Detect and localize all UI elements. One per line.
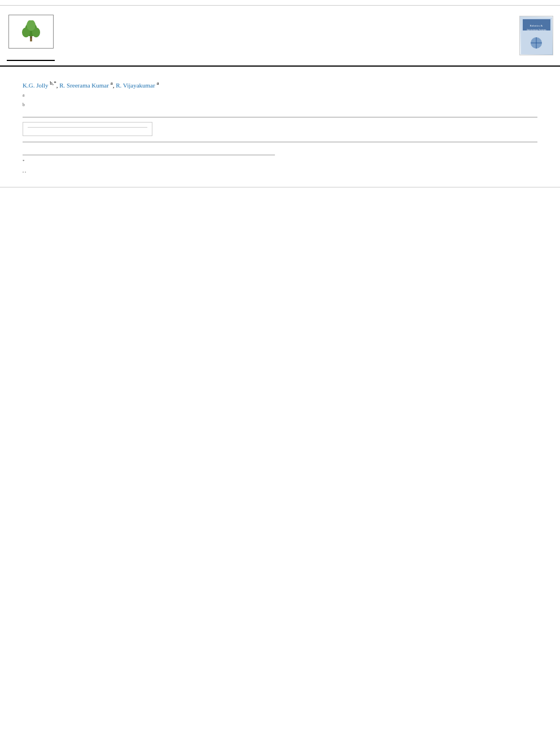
main-content: K.G. Jolly b,*, R. Sreerama Kumar a, R. … — [0, 67, 560, 181]
journal-header: Robotics & Autonomous Systems — [0, 6, 560, 67]
article-info-column — [23, 122, 152, 136]
elsevier-tree-icon — [17, 20, 45, 43]
affil-a: a — [23, 92, 537, 102]
affiliations: a b — [23, 92, 537, 111]
body-column-left: * , , — [23, 148, 275, 176]
elsevier-logo-section — [7, 10, 55, 61]
journal-title-center — [60, 34, 514, 37]
body-column-right — [285, 148, 537, 176]
article-info-header — [28, 126, 147, 128]
elsevier-logo-box — [8, 15, 54, 49]
svg-text:Autonomous Systems: Autonomous Systems — [526, 28, 546, 31]
author-vijayakumar: R. Vijayakumar — [116, 82, 155, 89]
footnote-email: , , — [23, 168, 275, 174]
journal-cover-thumbnail: Robotics & Autonomous Systems — [519, 16, 553, 55]
footnotes: * , , — [23, 155, 275, 174]
footnote-corresponding: * — [23, 159, 275, 166]
divider-after-affiliations — [23, 117, 537, 117]
author-sreerama-affil: a — [111, 80, 113, 86]
article-info-abstract-row — [23, 122, 537, 136]
svg-text:Robotics &: Robotics & — [530, 24, 542, 27]
svg-point-5 — [30, 36, 32, 38]
authors-line: K.G. Jolly b,*, R. Sreerama Kumar a, R. … — [23, 80, 537, 89]
author-vijayakumar-affil: a — [156, 80, 159, 86]
divider-body — [23, 142, 537, 142]
affil-b: b — [23, 102, 537, 111]
svg-point-4 — [27, 20, 36, 31]
abstract-column — [163, 122, 537, 136]
journal-top-bar — [0, 0, 560, 6]
author-sreerama: R. Sreerama Kumar — [59, 82, 109, 89]
journal-thumb-image: Robotics & Autonomous Systems — [521, 18, 552, 54]
bottom-bar — [0, 187, 560, 193]
author-jolly-affil: b,* — [50, 80, 56, 86]
body-content: * , , — [23, 148, 537, 176]
author-jolly: K.G. Jolly — [23, 82, 49, 89]
